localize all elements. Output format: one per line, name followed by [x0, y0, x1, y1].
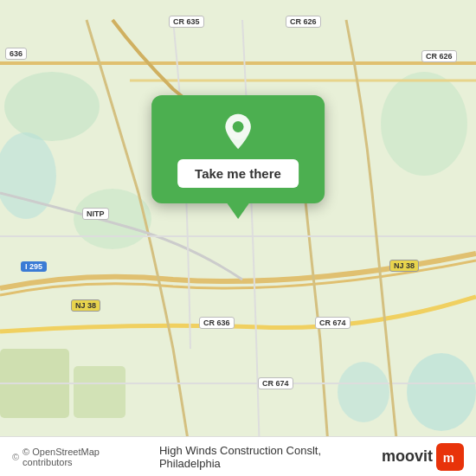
svg-point-14 [233, 121, 244, 132]
moovit-text: moovit [382, 447, 433, 466]
svg-rect-8 [74, 366, 125, 418]
road-label-cr674-right: CR 674 [315, 317, 351, 329]
road-label-cr674-bottom: CR 674 [258, 377, 293, 389]
moovit-logo: moovit m [382, 443, 464, 471]
svg-point-1 [4, 72, 100, 141]
road-label-636-left: 636 [5, 48, 27, 60]
svg-point-4 [407, 353, 476, 431]
road-label-cr626-top: CR 626 [286, 16, 321, 28]
bottom-left: © © OpenStreetMap contributors High Wind… [12, 444, 382, 470]
moovit-brand-icon: m [436, 443, 464, 471]
copyright-icon: © [12, 452, 19, 462]
road-label-nj38-left: NJ 38 [71, 299, 100, 312]
bottom-bar: © © OpenStreetMap contributors High Wind… [0, 436, 476, 476]
road-label-nitp: NITP [82, 208, 109, 220]
road-label-nj38-right: NJ 38 [389, 260, 419, 272]
road-label-cr635: CR 635 [169, 16, 204, 28]
location-name: High Winds Construction Conslt, Philadel… [159, 444, 382, 470]
road-label-cr626-right: CR 626 [421, 50, 457, 62]
road-label-cr636-bottom: CR 636 [199, 317, 235, 329]
svg-point-5 [338, 362, 389, 422]
map-container: CR 635 CR 626 CR 626 636 NITP I 295 NJ 3… [0, 0, 476, 476]
take-me-there-button[interactable]: Take me there [177, 159, 299, 188]
location-pin-icon [219, 113, 257, 151]
popup-card: Take me there [151, 95, 325, 203]
svg-point-3 [381, 72, 467, 176]
svg-text:m: m [443, 450, 454, 464]
attribution-text: © OpenStreetMap contributors [23, 447, 150, 467]
road-label-i295: I 295 [21, 261, 47, 272]
